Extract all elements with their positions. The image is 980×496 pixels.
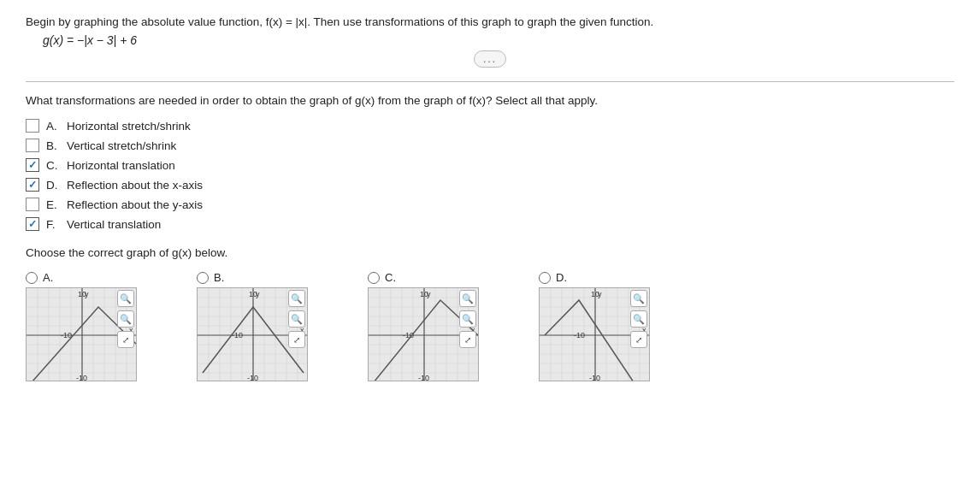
graph-choice-c: C.	[368, 271, 479, 381]
option-f-letter: F.	[46, 218, 62, 231]
graph-box-b: y x 10 -10 10 -10 🔍 🔍 ⤢	[197, 287, 308, 381]
option-a[interactable]: A. Horizontal stretch/shrink	[26, 119, 954, 133]
option-c-letter: C.	[46, 159, 62, 172]
graph-icons-a: 🔍 🔍 ⤢	[117, 290, 134, 348]
main-page: Begin by graphing the absolute value fun…	[0, 0, 980, 496]
option-f[interactable]: F. Vertical translation	[26, 217, 954, 231]
y-min-label-d: -10	[589, 374, 600, 381]
graph-icons-c: 🔍 🔍 ⤢	[459, 290, 476, 348]
divider	[26, 81, 954, 82]
option-b-letter: B.	[46, 139, 62, 152]
options-list: A. Horizontal stretch/shrink B. Vertical…	[26, 119, 954, 231]
radio-a[interactable]	[26, 272, 38, 284]
intro-line1: Begin by graphing the absolute value fun…	[26, 15, 954, 28]
y-min-label-b: -10	[247, 374, 258, 381]
zoom-out-btn-d[interactable]: 🔍	[630, 310, 647, 328]
radio-b[interactable]	[197, 272, 209, 284]
y-max-label-a: 10	[78, 290, 86, 298]
checkbox-f[interactable]	[26, 217, 39, 231]
radio-row-a[interactable]: A.	[26, 271, 53, 284]
dots-button[interactable]: ...	[474, 50, 506, 68]
x-neg-label-d: -10	[574, 331, 585, 340]
zoom-out-btn-b[interactable]: 🔍	[288, 310, 305, 328]
option-d[interactable]: D. Reflection about the x-axis	[26, 178, 954, 192]
option-e[interactable]: E. Reflection about the y-axis	[26, 198, 954, 211]
zoom-out-btn-c[interactable]: 🔍	[459, 310, 476, 328]
option-f-label: Vertical translation	[67, 218, 161, 231]
graph-box-a: y x 10 -10 10 -10 🔍 🔍 ⤢	[26, 287, 137, 381]
dots-divider-area: ...	[26, 50, 954, 68]
y-max-label-b: 10	[249, 290, 257, 298]
graph-box-c: y x 10 -10 10 -10 🔍 🔍 ⤢	[368, 287, 479, 381]
y-min-label-c: -10	[418, 374, 429, 381]
graph-choice-d: D.	[539, 271, 650, 381]
expand-btn-c[interactable]: ⤢	[459, 331, 476, 348]
checkbox-a[interactable]	[26, 119, 39, 133]
y-max-label-d: 10	[591, 290, 599, 298]
graph-choices: A.	[26, 271, 954, 381]
zoom-in-btn-b[interactable]: 🔍	[288, 290, 305, 307]
checkbox-c[interactable]	[26, 158, 39, 172]
radio-row-b[interactable]: B.	[197, 271, 224, 284]
expand-btn-d[interactable]: ⤢	[630, 331, 647, 348]
expand-btn-b[interactable]: ⤢	[288, 331, 305, 348]
radio-c[interactable]	[368, 272, 380, 284]
option-a-letter: A.	[46, 120, 62, 133]
option-d-label: Reflection about the x-axis	[67, 179, 203, 192]
option-d-letter: D.	[46, 179, 62, 192]
option-c[interactable]: C. Horizontal translation	[26, 158, 954, 172]
option-c-label: Horizontal translation	[67, 159, 175, 172]
checkbox-e[interactable]	[26, 198, 39, 211]
radio-c-label: C.	[385, 271, 396, 284]
choose-text: Choose the correct graph of g(x) below.	[26, 246, 954, 259]
graph-icons-d: 🔍 🔍 ⤢	[630, 290, 647, 348]
option-e-letter: E.	[46, 198, 62, 211]
zoom-in-btn-a[interactable]: 🔍	[117, 290, 134, 307]
option-b[interactable]: B. Vertical stretch/shrink	[26, 139, 954, 152]
y-max-label-c: 10	[420, 290, 428, 298]
radio-row-d[interactable]: D.	[539, 271, 567, 284]
radio-row-c[interactable]: C.	[368, 271, 396, 284]
radio-d[interactable]	[539, 272, 551, 284]
radio-a-label: A.	[43, 271, 53, 284]
graph-box-d: y x 10 -10 10 -10 🔍 🔍 ⤢	[539, 287, 650, 381]
zoom-in-btn-d[interactable]: 🔍	[630, 290, 647, 307]
zoom-out-btn-a[interactable]: 🔍	[117, 310, 134, 328]
zoom-in-btn-c[interactable]: 🔍	[459, 290, 476, 307]
graph-choice-a: A.	[26, 271, 137, 381]
intro-formula: g(x) = −|x − 3| + 6	[43, 33, 954, 47]
graph-icons-b: 🔍 🔍 ⤢	[288, 290, 305, 348]
graph-choice-b: B.	[197, 271, 308, 381]
checkbox-b[interactable]	[26, 139, 39, 152]
option-a-label: Horizontal stretch/shrink	[67, 120, 191, 133]
graph-curve-d	[545, 300, 634, 381]
option-e-label: Reflection about the y-axis	[67, 198, 203, 211]
y-min-label-a: -10	[76, 374, 87, 381]
radio-d-label: D.	[556, 271, 567, 284]
radio-b-label: B.	[214, 271, 224, 284]
expand-btn-a[interactable]: ⤢	[117, 331, 134, 348]
option-b-label: Vertical stretch/shrink	[67, 139, 176, 152]
checkbox-d[interactable]	[26, 178, 39, 192]
question-text: What transformations are needed in order…	[26, 94, 954, 107]
